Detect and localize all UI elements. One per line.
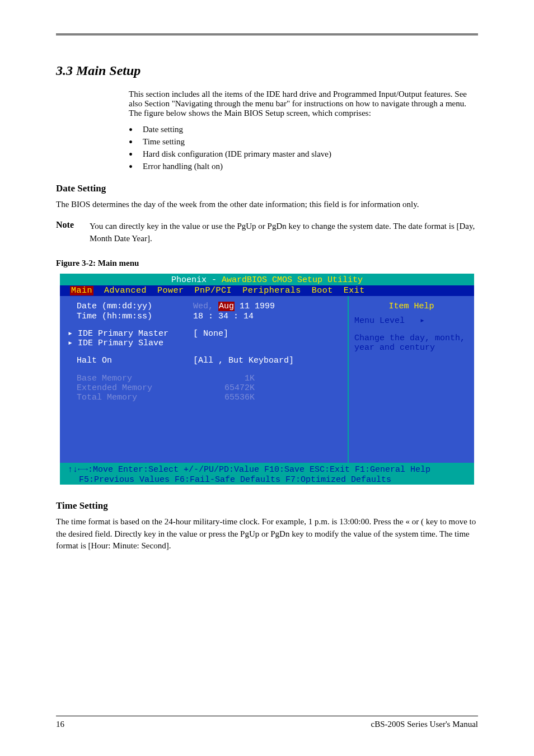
bullet-item: Date setting [143, 125, 183, 134]
total-memory-value: 65536K [193, 393, 255, 402]
section-title: 3.3 Main Setup [56, 63, 478, 78]
date-month-highlight[interactable]: Aug [218, 302, 235, 311]
date-rest: 11 1999 [235, 302, 275, 311]
bios-tab-power[interactable]: Power [157, 286, 184, 295]
halt-on-value[interactable]: [All , But Keyboard] [193, 356, 294, 365]
bullet-item: Error handling (halt on) [143, 162, 223, 171]
date-field-label: Date (mm:dd:yy) [64, 302, 193, 311]
bios-footer-line2: F5:Previous Values F6:Fail-Safe Defaults… [68, 475, 474, 485]
base-memory-value: 1K [193, 374, 255, 383]
bios-tab-main[interactable]: Main [70, 286, 93, 295]
bios-title-hl: A [222, 275, 227, 285]
bios-tab-advanced[interactable]: Advanced [104, 286, 147, 295]
bios-help-panel: Item Help Menu Level ▸ Change the day, m… [349, 296, 474, 463]
date-setting-heading: Date Setting [56, 183, 478, 194]
ide-master-value: [ None] [193, 329, 228, 339]
bullet-item: Hard disk configuration (IDE primary mas… [143, 149, 331, 159]
page-number: 16 [56, 720, 64, 729]
total-memory-label: Total Memory [64, 393, 193, 402]
help-text: Change the day, month, year and century [354, 334, 469, 353]
ide-master-label: IDE Primary Master [78, 329, 168, 339]
ide-slave-label: IDE Primary Slave [78, 339, 163, 348]
bullet-icon: • [129, 137, 133, 147]
figure-label: Figure 3-2: Main menu [56, 259, 478, 268]
bullet-icon: • [129, 125, 133, 135]
bios-title-bar: Phoenix - AwardBIOS CMOS Setup Utility [60, 274, 474, 285]
menu-level-label: Menu Level [354, 316, 405, 326]
extended-memory-value: 65472K [193, 383, 255, 393]
halt-on-label: Halt On [64, 356, 193, 365]
bios-tab-peripherals[interactable]: Peripherals [242, 286, 301, 295]
note-label: Note [56, 220, 74, 245]
bullet-icon: • [129, 162, 133, 172]
menu-level-arrow-icon: ▸ [420, 316, 425, 326]
extended-memory-label: Extended Memory [64, 383, 193, 393]
bullet-icon: • [129, 149, 133, 159]
bullet-item: Time setting [143, 137, 185, 147]
date-body: The BIOS determines the day of the week … [56, 199, 478, 211]
base-memory-label: Base Memory [64, 374, 193, 383]
bios-left-panel: Date (mm:dd:yy) Wed, Aug 11 1999 Time (h… [60, 296, 349, 463]
bullet-list: •Date setting •Time setting •Hard disk c… [129, 125, 478, 172]
note-body: You can directly key in the value or use… [90, 220, 478, 245]
date-field-value[interactable]: Wed, Aug 11 1999 [193, 302, 275, 311]
bios-tab-boot[interactable]: Boot [312, 286, 333, 295]
bios-tab-pnppci[interactable]: PnP/PCI [195, 286, 232, 295]
page-footer: 16 cBS-200S Series User's Manual [56, 716, 478, 729]
intro-paragraph: This section includes all the items of t… [129, 90, 478, 118]
time-field-label: Time (hh:mm:ss) [64, 312, 193, 321]
time-setting-heading: Time Setting [56, 500, 478, 511]
time-field-value[interactable]: 18 : 34 : 14 [193, 312, 254, 321]
date-day: Wed, [193, 302, 218, 311]
manual-title: cBS-200S Series User's Manual [371, 720, 478, 729]
bios-footer-line1: ↑↓←→:Move Enter:Select +/-/PU/PD:Value F… [68, 465, 474, 475]
bios-title-pre: Phoenix - [171, 275, 222, 285]
ide-slave-row[interactable]: ▸ IDE Primary Slave [64, 339, 193, 348]
item-help-title: Item Help [354, 302, 469, 311]
bios-screenshot: Phoenix - AwardBIOS CMOS Setup Utility M… [60, 274, 474, 485]
bios-menu-bar[interactable]: Main Advanced Power PnP/PCI Peripherals … [60, 285, 474, 296]
bios-title-post: wardBIOS CMOS Setup Utility [227, 275, 363, 285]
time-body: The time format is based on the 24-hour … [56, 516, 478, 552]
bios-tab-exit[interactable]: Exit [344, 286, 365, 295]
ide-master-row[interactable]: ▸ IDE Primary Master [64, 329, 193, 339]
bios-footer: ↑↓←→:Move Enter:Select +/-/PU/PD:Value F… [60, 464, 474, 485]
